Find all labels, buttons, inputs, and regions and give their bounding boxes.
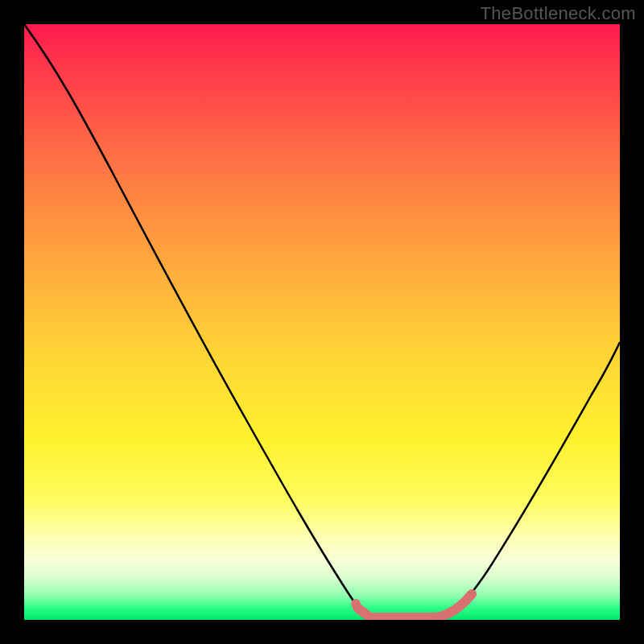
bottleneck-curve — [24, 24, 620, 620]
plot-area — [24, 24, 620, 620]
marker-start-dot — [351, 599, 361, 609]
chart-frame: TheBottleneck.com — [0, 0, 644, 644]
curve-layer — [24, 24, 620, 620]
optimal-range-marker — [357, 594, 472, 617]
watermark-text: TheBottleneck.com — [481, 3, 636, 24]
